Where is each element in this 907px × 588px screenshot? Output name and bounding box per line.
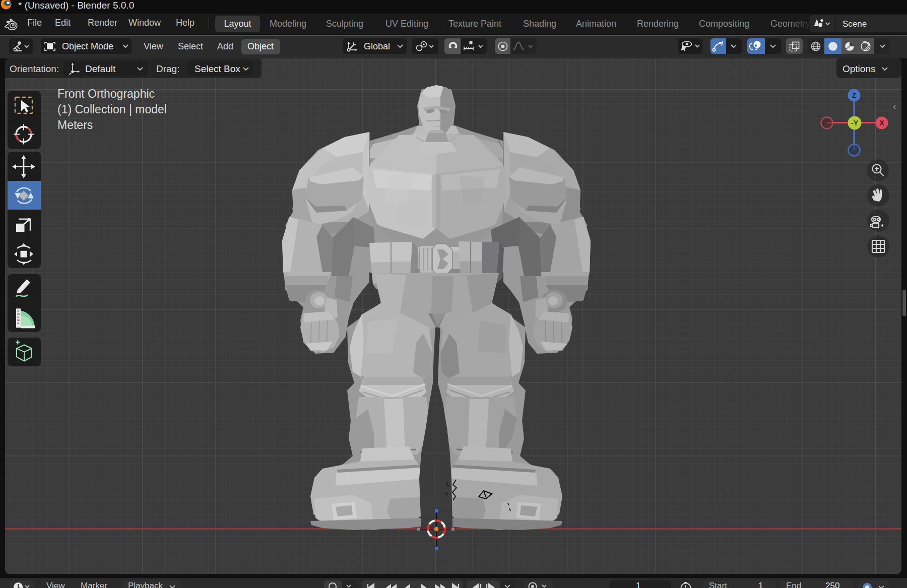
- svg-text:Z: Z: [852, 91, 857, 99]
- svg-text:X: X: [879, 119, 884, 127]
- svg-text:-Y: -Y: [851, 119, 859, 127]
